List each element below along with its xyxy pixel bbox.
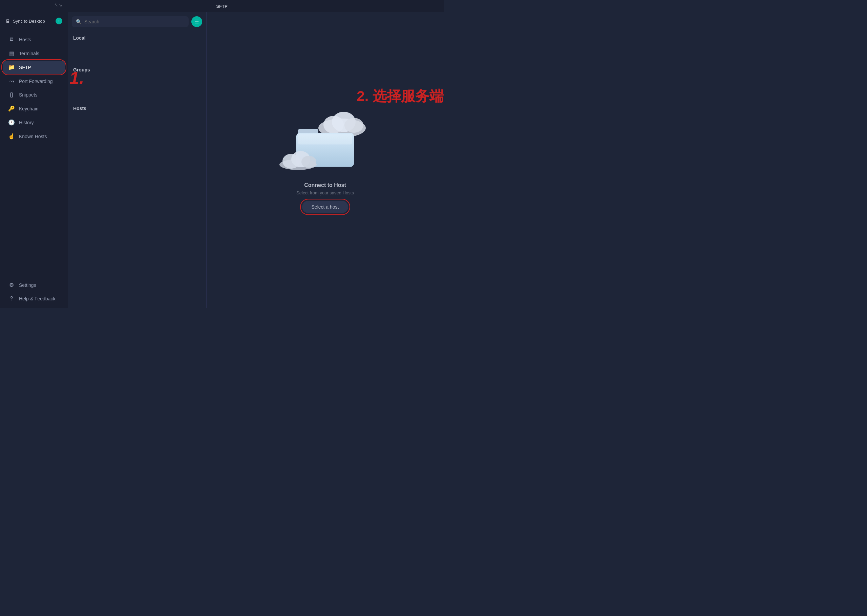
history-label: History xyxy=(19,120,34,125)
sidebar-item-terminals[interactable]: ▤ Terminals xyxy=(3,47,65,60)
sidebar-item-settings[interactable]: ⚙ Settings xyxy=(3,278,65,292)
search-bar: 🔍 ☰ xyxy=(68,12,206,31)
sftp-label: SFTP xyxy=(19,65,31,70)
help-label: Help & Feedback xyxy=(19,296,55,302)
sync-label: Sync to Desktop xyxy=(13,19,53,24)
sidebar-item-sftp[interactable]: 📁 SFTP xyxy=(3,61,65,74)
snippets-label: Snippets xyxy=(19,92,37,97)
settings-label: Settings xyxy=(19,283,36,288)
port-forwarding-icon: ↝ xyxy=(8,78,15,84)
hosts-icon: 🖥 xyxy=(8,36,15,42)
resize-arrows: ↖↘ xyxy=(54,2,62,8)
main-layout: 🖥 Sync to Desktop ↑ 🖥 Hosts ▤ Terminals … xyxy=(0,12,444,308)
known-hosts-label: Known Hosts xyxy=(19,134,47,139)
settings-icon: ⚙ xyxy=(8,282,15,288)
hosts-label: Hosts xyxy=(19,37,31,42)
sidebar-item-port-forwarding[interactable]: ↝ Port Forwarding xyxy=(3,74,65,88)
section-hosts: Hosts xyxy=(68,102,206,113)
middle-panel: 🔍 ☰ Local Groups Hosts xyxy=(68,12,207,308)
terminals-icon: ▤ xyxy=(8,50,15,57)
keychain-icon: 🔑 xyxy=(8,105,15,112)
sidebar-item-history[interactable]: 🕐 History xyxy=(3,116,65,129)
cloud-folder-illustration xyxy=(284,108,366,175)
cloud-front xyxy=(278,150,318,172)
sidebar-item-keychain[interactable]: 🔑 Keychain xyxy=(3,102,65,115)
search-icon: 🔍 xyxy=(76,19,82,24)
sidebar-item-hosts[interactable]: 🖥 Hosts xyxy=(3,33,65,46)
connect-title: Connect to Host xyxy=(296,182,354,188)
sidebar-divider xyxy=(5,275,62,275)
section-local: Local xyxy=(68,31,206,42)
monitor-icon: 🖥 xyxy=(5,18,10,24)
titlebar: ↖↘ SFTP xyxy=(0,0,444,12)
keychain-label: Keychain xyxy=(19,106,39,112)
sidebar-item-snippets[interactable]: {} Snippets xyxy=(3,88,65,101)
filter-button[interactable]: ☰ xyxy=(192,16,202,27)
annotation-step2: 2. 选择服务端 xyxy=(357,87,444,106)
window-title: SFTP xyxy=(216,4,227,9)
connect-section: Connect to Host Select from your saved H… xyxy=(296,182,354,213)
sidebar-item-help[interactable]: ? Help & Feedback xyxy=(3,292,65,305)
search-input-wrap[interactable]: 🔍 xyxy=(72,16,188,27)
sync-section[interactable]: 🖥 Sync to Desktop ↑ xyxy=(0,15,68,30)
sync-badge: ↑ xyxy=(55,17,62,24)
sidebar: 🖥 Sync to Desktop ↑ 🖥 Hosts ▤ Terminals … xyxy=(0,12,68,308)
svg-rect-7 xyxy=(298,134,352,144)
history-icon: 🕐 xyxy=(8,119,15,126)
terminals-label: Terminals xyxy=(19,51,39,56)
help-icon: ? xyxy=(8,295,15,302)
search-input[interactable] xyxy=(84,19,185,24)
select-host-button[interactable]: Select a host xyxy=(302,201,349,213)
snippets-icon: {} xyxy=(8,92,15,98)
right-panel: 2. 选择服务端 xyxy=(207,12,444,308)
connect-subtitle: Select from your saved Hosts xyxy=(296,190,354,195)
svg-point-11 xyxy=(302,156,316,168)
sftp-icon: 📁 xyxy=(8,64,15,71)
sidebar-item-known-hosts[interactable]: ☝ Known Hosts xyxy=(3,130,65,143)
known-hosts-icon: ☝ xyxy=(8,133,15,140)
port-forwarding-label: Port Forwarding xyxy=(19,79,53,84)
filter-icon: ☰ xyxy=(195,19,199,24)
section-groups: Groups xyxy=(68,63,206,74)
